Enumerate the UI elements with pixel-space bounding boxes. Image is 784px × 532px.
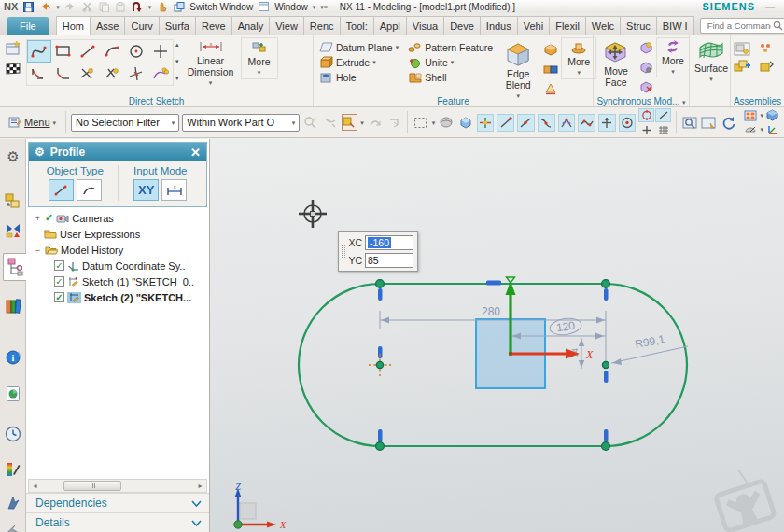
checkbox-icon[interactable]: ✓ bbox=[54, 276, 64, 287]
horizontal-scrollbar[interactable]: ◂ ▸ bbox=[28, 479, 207, 493]
tab-weld[interactable]: Welc bbox=[586, 16, 621, 35]
checkbox-icon[interactable]: ✓ bbox=[54, 292, 64, 302]
yc-input[interactable]: 85 bbox=[365, 253, 413, 268]
tab-home[interactable]: Hom bbox=[56, 16, 91, 35]
snap-control-point-icon[interactable] bbox=[538, 114, 555, 132]
undo-caret-icon[interactable]: ▾ bbox=[56, 4, 60, 10]
move-face-button[interactable]: Move Face bbox=[596, 37, 636, 90]
scrollbar-thumb[interactable] bbox=[63, 481, 121, 491]
csys-display-icon[interactable] bbox=[765, 123, 780, 136]
datum-plane-button[interactable]: Datum Plane▾ bbox=[316, 40, 401, 54]
selection-scope-dropdown[interactable]: Within Work Part O▾ bbox=[182, 114, 300, 132]
snap-center-icon[interactable] bbox=[619, 114, 637, 132]
web-browser-icon[interactable]: i bbox=[3, 346, 23, 367]
refresh-icon[interactable] bbox=[721, 114, 737, 131]
drag-handle[interactable] bbox=[341, 235, 347, 268]
switch-window-icon[interactable] bbox=[173, 1, 185, 12]
window-caret-icon[interactable]: ▾ bbox=[313, 4, 316, 10]
synchronous-more-button[interactable]: More ▾ bbox=[656, 37, 690, 77]
dimension-120-value[interactable]: 120 bbox=[555, 319, 576, 335]
roles-palette-icon[interactable] bbox=[3, 459, 23, 480]
reuse-library-icon[interactable] bbox=[3, 296, 23, 316]
direct-sketch-more-button[interactable]: More ▾ bbox=[241, 37, 278, 79]
expander-icon[interactable]: + bbox=[34, 214, 42, 223]
gallery-scroll-arrows[interactable]: ▴▾▾ bbox=[174, 37, 181, 86]
snap-point-toggle-icon[interactable] bbox=[342, 114, 358, 131]
add-component-icon[interactable] bbox=[734, 58, 750, 75]
offset-curve-tool[interactable] bbox=[148, 63, 173, 85]
pull-face-icon[interactable] bbox=[637, 39, 654, 56]
unite-button[interactable]: Unite▾ bbox=[405, 55, 496, 69]
dimension-280-value[interactable]: 280 bbox=[482, 305, 500, 318]
snap-endpoint-icon[interactable] bbox=[497, 114, 514, 132]
touch-mode-icon[interactable] bbox=[156, 1, 168, 12]
tab-reverse[interactable]: Reve bbox=[196, 16, 232, 35]
pattern-component-icon[interactable] bbox=[758, 40, 775, 57]
snap-curve-icon[interactable] bbox=[578, 114, 595, 132]
line-mode-button[interactable] bbox=[49, 179, 74, 201]
tab-curve[interactable]: Curv bbox=[125, 16, 159, 35]
tab-analysis[interactable]: Analy bbox=[232, 16, 271, 35]
tree-row-datum-csys[interactable]: ✓ Datum Coordinate Sy.. bbox=[26, 258, 209, 273]
point-tool[interactable] bbox=[148, 40, 173, 63]
make-corner-tool[interactable] bbox=[124, 63, 148, 85]
hole-button[interactable]: Hole bbox=[316, 70, 401, 84]
details-section[interactable]: Details bbox=[26, 512, 209, 532]
move-component-icon[interactable] bbox=[758, 58, 775, 75]
snap-point-overlay-icon[interactable] bbox=[638, 123, 654, 137]
marquee-caret-icon[interactable]: ▾ bbox=[432, 119, 436, 126]
close-icon[interactable]: ✕ bbox=[190, 146, 201, 160]
save-icon[interactable] bbox=[22, 1, 35, 12]
repeat-command-icon[interactable] bbox=[132, 1, 144, 12]
coordinate-entry-panel[interactable]: XC -160 YC 85 bbox=[338, 231, 418, 272]
tab-flexible[interactable]: Flexil bbox=[550, 16, 586, 35]
redo-icon[interactable] bbox=[64, 1, 77, 12]
find-in-navigator-icon[interactable] bbox=[302, 114, 319, 131]
tree-row-cameras[interactable]: + ✓ Cameras bbox=[26, 210, 209, 226]
rectangle-tool[interactable] bbox=[51, 40, 76, 63]
line-tool[interactable] bbox=[76, 40, 100, 63]
shaded-wireframe-icon[interactable] bbox=[438, 114, 455, 131]
find-command-input[interactable] bbox=[706, 20, 773, 32]
delete-face-icon[interactable] bbox=[637, 78, 654, 95]
clip-section-icon[interactable] bbox=[743, 123, 758, 136]
profile-tool[interactable] bbox=[27, 40, 51, 63]
quick-trim-tool[interactable] bbox=[76, 63, 100, 85]
arc-tool[interactable] bbox=[100, 40, 124, 63]
cut-icon[interactable] bbox=[81, 1, 93, 12]
tab-application[interactable]: Appl bbox=[374, 16, 407, 35]
circle-tool[interactable] bbox=[124, 40, 148, 63]
tab-view[interactable]: View bbox=[270, 16, 304, 35]
fillet-tool[interactable] bbox=[27, 63, 51, 85]
fit-view-icon[interactable] bbox=[701, 114, 718, 131]
history-icon[interactable] bbox=[3, 424, 23, 444]
tab-assemblies[interactable]: Asse bbox=[91, 16, 125, 35]
linear-dimension-button[interactable]: x Linear Dimension ▾ bbox=[181, 37, 241, 89]
tab-vehicle[interactable]: Vehi bbox=[518, 16, 550, 35]
zoom-window-icon[interactable] bbox=[681, 114, 698, 131]
window-menu-label[interactable]: Window bbox=[274, 2, 308, 12]
snap-grid-icon[interactable] bbox=[655, 123, 671, 137]
tab-tools[interactable]: Tool: bbox=[341, 16, 374, 35]
system-scenes-icon[interactable] bbox=[3, 492, 23, 512]
surface-button[interactable]: Surface ▾ bbox=[693, 37, 730, 85]
profile-dialog-header[interactable]: ⚙ Profile ✕ bbox=[29, 143, 206, 161]
snap-caret-icon[interactable]: ▾ bbox=[360, 119, 364, 126]
finish-sketch-icon[interactable] bbox=[6, 62, 22, 78]
tree-row-sketch-2-selected[interactable]: ✓ Sketch (2) "SKETCH... bbox=[26, 289, 209, 305]
extrude-button[interactable]: Extrude▾ bbox=[316, 55, 401, 69]
selection-filter-dropdown[interactable]: No Selection Filter▾ bbox=[71, 114, 179, 132]
expressions-navigator-icon[interactable] bbox=[3, 190, 23, 211]
sketch-icon[interactable] bbox=[6, 40, 22, 57]
repeat-caret-icon[interactable]: ▾ bbox=[148, 4, 152, 10]
tab-biw[interactable]: BIW I bbox=[657, 16, 694, 35]
shaded-cube-icon[interactable] bbox=[765, 109, 780, 122]
tab-structure[interactable]: Struc bbox=[621, 16, 657, 35]
select-handles-icon[interactable] bbox=[322, 114, 339, 131]
copy-icon[interactable] bbox=[98, 1, 110, 12]
edge-blend-button[interactable]: Edge Blend ▾ bbox=[496, 37, 540, 102]
hd3d-tools-icon[interactable] bbox=[3, 384, 23, 404]
tree-row-sketch-1[interactable]: ✓ Sketch (1) "SKETCH_0.. bbox=[26, 273, 209, 289]
assembly-window-icon[interactable] bbox=[734, 40, 750, 57]
constraint-navigator-icon[interactable] bbox=[3, 219, 23, 240]
